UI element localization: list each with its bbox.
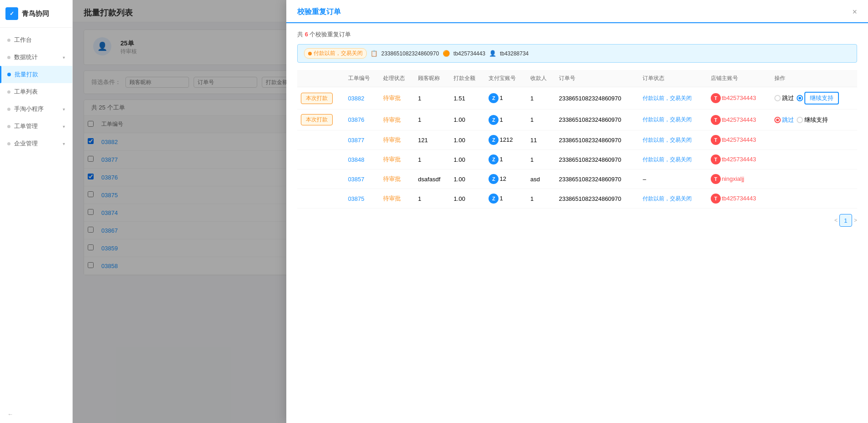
skip-radio[interactable] xyxy=(774,95,781,101)
next-page-button[interactable]: > xyxy=(854,217,857,224)
sidebar-item-order-mgmt[interactable]: 工单管理 ▾ xyxy=(0,118,72,135)
dialog-row-alipay: Z1 xyxy=(485,109,527,130)
dialog: 校验重复订单 × 共 6 个校验重复订单 付款以前，交易关闭 📋 2338651… xyxy=(286,0,868,423)
tags-row: 付款以前，交易关闭 📋 2338651082324860970 🟠 tb4257… xyxy=(297,44,857,63)
dcol-status: 处理状态 xyxy=(379,70,414,87)
sidebar-item-data-stats[interactable]: 数据统计 ▾ xyxy=(0,49,72,66)
dialog-row-action[interactable] xyxy=(771,169,857,189)
dcol-tag xyxy=(297,70,344,87)
dialog-status-badge: 待审批 xyxy=(383,195,401,202)
shop-avatar: T xyxy=(711,174,721,184)
dialog-row-work-id: 03848 xyxy=(344,150,379,169)
mini-app-dot xyxy=(7,108,10,111)
dialog-row-order-status: 付款以前，交易关闭 xyxy=(639,109,707,130)
continue-option[interactable]: 继续支持 xyxy=(797,92,839,105)
dialog-row-customer: 1 xyxy=(414,189,450,209)
dialog-work-id-link[interactable]: 03882 xyxy=(348,95,364,102)
prev-page-button[interactable]: < xyxy=(834,217,838,224)
chevron-down-icon: ▾ xyxy=(63,141,65,146)
dialog-row-action[interactable]: 跳过 继续支持 xyxy=(771,87,857,109)
dialog-row-payee: 1 xyxy=(527,150,555,169)
dialog-row-customer: 1 xyxy=(414,87,450,109)
shop-avatar: T xyxy=(711,194,721,204)
dialog-title: 校验重复订单 xyxy=(297,7,341,17)
dialog-row-alipay: Z1 xyxy=(485,189,527,209)
skip-label: 跳过 xyxy=(782,116,794,124)
dialog-row-order-id: 2338651082324860970 xyxy=(555,130,639,150)
skip-radio[interactable] xyxy=(774,117,781,123)
tag-separator3: 👤 xyxy=(489,50,496,57)
sidebar-item-label: 工单列表 xyxy=(14,88,38,96)
dialog-header: 校验重复订单 × xyxy=(286,0,868,23)
sidebar-item-workbench[interactable]: 工作台 xyxy=(0,31,72,49)
chevron-down-icon: ▾ xyxy=(63,55,65,60)
shop-avatar: T xyxy=(711,115,721,125)
dialog-row-work-id: 03876 xyxy=(344,109,379,130)
dialog-row-shop: Ttb425734443 xyxy=(707,109,771,130)
dialog-row-action[interactable] xyxy=(771,150,857,169)
page-1-button[interactable]: 1 xyxy=(839,214,852,227)
dialog-row-work-id: 03882 xyxy=(344,87,379,109)
shop-avatar: T xyxy=(711,154,721,164)
dialog-row-shop: Tningxialjj xyxy=(707,169,771,189)
alipay-avatar: Z xyxy=(489,135,499,145)
dialog-work-id-link[interactable]: 03875 xyxy=(348,195,364,202)
company-mgmt-dot xyxy=(7,142,10,145)
close-icon[interactable]: × xyxy=(852,7,857,17)
dialog-row-action[interactable] xyxy=(771,130,857,150)
shop-name: tb425734443 xyxy=(722,136,756,143)
sidebar-item-label: 手淘小程序 xyxy=(14,105,44,113)
dialog-row-shop: Ttb425734443 xyxy=(707,130,771,150)
tag-separator2: 🟠 xyxy=(443,50,450,57)
dialog-row-amount: 1.00 xyxy=(450,189,485,209)
dialog-row-amount: 1.00 xyxy=(450,109,485,130)
skip-label: 跳过 xyxy=(782,94,794,102)
dialog-work-id-link[interactable]: 03848 xyxy=(348,156,364,163)
dialog-row-work-id: 03857 xyxy=(344,169,379,189)
tag-separator: 📋 xyxy=(370,50,378,57)
dialog-row-amount: 1.00 xyxy=(450,130,485,150)
dialog-table: 工单编号 处理状态 顾客昵称 打款全额 支付宝账号 收款人 订单号 订单状态 店… xyxy=(297,70,857,209)
dcol-alipay: 支付宝账号 xyxy=(485,70,527,87)
workbench-dot xyxy=(7,39,10,42)
alipay-avatar: Z xyxy=(489,93,499,103)
dialog-table-row: 03875 待审批 1 1.00 Z1 1 233865108232486097… xyxy=(297,189,857,209)
sidebar-item-batch-pay[interactable]: 批量打款 xyxy=(0,66,72,83)
shop-name: tb425734443 xyxy=(722,156,756,163)
shop-name: tb425734443 xyxy=(722,95,756,101)
continue-option[interactable]: 继续支持 xyxy=(797,116,828,124)
dialog-work-id-link[interactable]: 03877 xyxy=(348,137,364,144)
continue-radio[interactable] xyxy=(797,95,803,101)
dialog-row-amount: 1.00 xyxy=(450,150,485,169)
dialog-work-id-link[interactable]: 03857 xyxy=(348,176,364,183)
chevron-down-icon: ▾ xyxy=(63,124,65,129)
dialog-row-status: 待审批 xyxy=(379,189,414,209)
skip-option[interactable]: 跳过 xyxy=(774,94,794,102)
dialog-row-tag xyxy=(297,169,344,189)
shop-name: tb425734443 xyxy=(722,195,756,202)
dialog-row-action[interactable]: 跳过 继续支持 xyxy=(771,109,857,130)
chevron-down-icon: ▾ xyxy=(63,107,65,112)
dialog-row-action[interactable] xyxy=(771,189,857,209)
sidebar: ✓ 青鸟协同 工作台 数据统计 ▾ 批量打款 工单列表 手淘小程序 ▾ 工单管理 xyxy=(0,0,73,423)
dialog-row-order-status: – xyxy=(639,169,707,189)
dialog-work-id-link[interactable]: 03876 xyxy=(348,116,364,123)
sidebar-collapse[interactable]: ← xyxy=(0,405,72,423)
dialog-row-customer: dsafasdf xyxy=(414,169,450,189)
sidebar-item-order-list[interactable]: 工单列表 xyxy=(0,83,72,100)
order-status-badge: 付款以前，交易关闭 xyxy=(643,116,692,123)
tag-shop2: tb43288734 xyxy=(500,50,529,57)
dialog-row-order-status: 付款以前，交易关闭 xyxy=(639,150,707,169)
sidebar-item-mini-app[interactable]: 手淘小程序 ▾ xyxy=(0,100,72,118)
dialog-row-customer: 1 xyxy=(414,109,450,130)
action-radio: 跳过 继续支持 xyxy=(774,92,853,105)
current-pay-tag: 本次打款 xyxy=(301,114,333,125)
dialog-row-payee: 11 xyxy=(527,130,555,150)
dialog-table-row: 03877 待审批 121 1.00 Z1212 11 233865108232… xyxy=(297,130,857,150)
continue-radio[interactable] xyxy=(797,117,803,123)
sidebar-item-company-mgmt[interactable]: 企业管理 ▾ xyxy=(0,135,72,152)
dialog-row-amount: 1.51 xyxy=(450,87,485,109)
skip-option[interactable]: 跳过 xyxy=(774,116,794,124)
dialog-body: 共 6 个校验重复订单 付款以前，交易关闭 📋 2338651082324860… xyxy=(286,23,868,423)
order-status-badge: 付款以前，交易关闭 xyxy=(643,137,692,143)
